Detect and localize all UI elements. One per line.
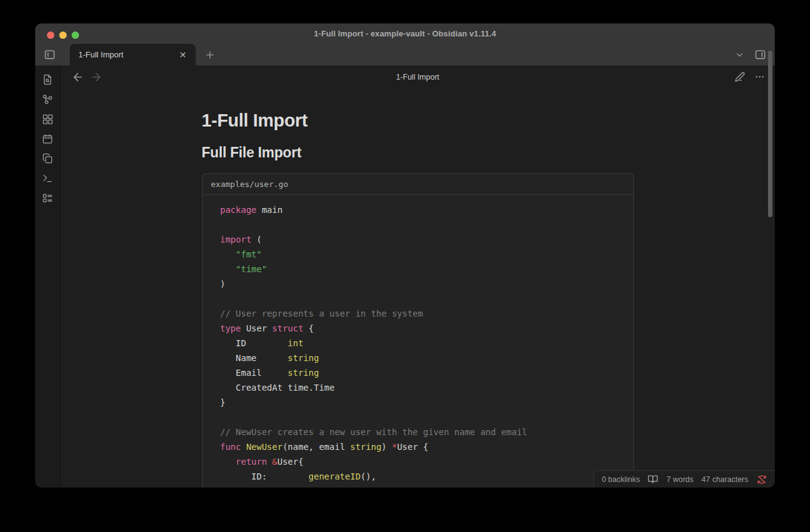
tab-active[interactable]: 1-Full Import ✕ (70, 44, 196, 65)
code-line: ID: generateID(), (220, 469, 625, 484)
code-line: "time" (220, 262, 625, 276)
panel-left-toggle-icon[interactable] (43, 44, 56, 65)
layout-list-icon[interactable] (42, 193, 53, 204)
vertical-scrollbar[interactable] (768, 51, 772, 217)
ribbon (35, 65, 61, 488)
code-block-filename: examples/user.go (203, 174, 633, 195)
sync-off-icon[interactable] (756, 474, 767, 484)
code-line: } (220, 395, 625, 410)
panel-right-toggle-icon[interactable] (754, 49, 766, 60)
book-open-icon[interactable] (648, 474, 658, 484)
code-line: func NewUser(name, email string) *User { (220, 439, 625, 454)
code-line (220, 410, 625, 425)
code-line: type User struct { (220, 321, 625, 336)
code-block: examples/user.go package main import ( "… (202, 173, 634, 488)
terminal-icon[interactable] (42, 173, 53, 184)
code-line: Name string (220, 351, 625, 365)
chevron-down-icon[interactable] (735, 50, 745, 60)
code-line: ) (220, 276, 625, 291)
minimize-window-button[interactable] (59, 31, 67, 39)
traffic-lights (47, 31, 79, 39)
more-options-icon[interactable] (754, 72, 765, 83)
backlinks-count[interactable]: 0 backlinks (602, 475, 640, 484)
file-search-icon[interactable] (42, 74, 53, 85)
tab-close-icon[interactable]: ✕ (177, 49, 188, 60)
code-line (220, 291, 625, 306)
window-title: 1-Full Import - example-vault - Obsidian… (314, 29, 496, 38)
obsidian-window: 1-Full Import - example-vault - Obsidian… (35, 23, 775, 488)
code-line: Name: name, (220, 484, 625, 488)
code-line: // User represents a user in the system (220, 306, 625, 321)
note-content: 1-Full Import Full File Import examples/… (61, 88, 775, 488)
tab-label: 1-Full Import (78, 50, 177, 59)
copy-files-icon[interactable] (42, 153, 53, 164)
code-line: import ( (220, 232, 625, 247)
word-count: 7 words (666, 475, 693, 484)
code-line: package main (220, 202, 625, 217)
code-line: ID int (220, 336, 625, 351)
code-line: "fmt" (220, 247, 625, 262)
zoom-window-button[interactable] (72, 31, 79, 39)
code-line (220, 217, 625, 232)
view-header: 1-Full Import (61, 65, 775, 88)
titlebar: 1-Full Import - example-vault - Obsidian… (35, 23, 775, 44)
code-line: Email string (220, 365, 625, 380)
edit-pencil-icon[interactable] (734, 72, 745, 83)
close-window-button[interactable] (47, 31, 54, 39)
arrow-left-icon[interactable] (72, 71, 84, 83)
code-line: return &User{ (220, 454, 625, 469)
note-heading-1: 1-Full Import (202, 110, 634, 131)
note-heading-2: Full File Import (202, 144, 634, 161)
calendar-icon[interactable] (42, 133, 53, 144)
tab-bar: 1-Full Import ✕ (35, 44, 775, 65)
editor-pane: 1-Full Import 1-Full Import Full File Im… (61, 65, 775, 488)
character-count: 47 characters (701, 475, 748, 484)
code-lines: package main import ( "fmt" "time") // U… (203, 195, 633, 488)
arrow-right-icon[interactable] (90, 71, 102, 83)
code-line: CreatedAt time.Time (220, 380, 625, 395)
view-header-title: 1-Full Import (61, 73, 775, 81)
new-tab-plus-icon[interactable] (203, 44, 217, 65)
layout-grid-icon[interactable] (42, 114, 53, 125)
code-line: // NewUser creates a new user with the g… (220, 425, 625, 439)
status-bar: 0 backlinks 7 words 47 characters (593, 470, 775, 488)
graph-icon[interactable] (42, 94, 53, 105)
